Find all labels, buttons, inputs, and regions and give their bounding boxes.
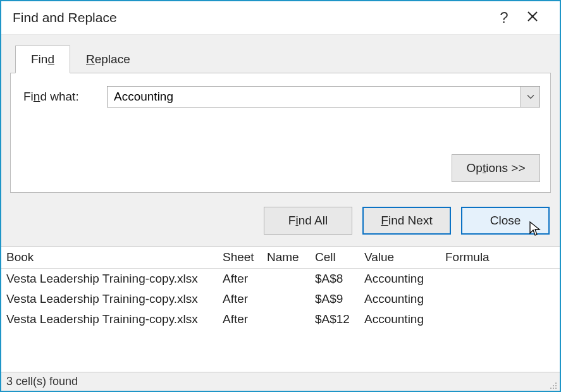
results-header-row: Book Sheet Name Cell Value Formula xyxy=(1,247,560,269)
find-next-button[interactable]: Find Next xyxy=(362,207,451,235)
find-what-combo xyxy=(107,86,540,107)
svg-point-0 xyxy=(555,383,557,384)
tab-replace[interactable]: Replace xyxy=(70,46,146,73)
find-what-row: Find what: xyxy=(21,86,540,107)
svg-point-4 xyxy=(553,388,554,389)
results-pane: Book Sheet Name Cell Value Formula Vesta… xyxy=(1,246,560,372)
col-header-cell[interactable]: Cell xyxy=(309,247,358,269)
col-header-value[interactable]: Value xyxy=(358,247,439,269)
results-table: Book Sheet Name Cell Value Formula Vesta… xyxy=(1,247,560,329)
svg-point-1 xyxy=(553,385,554,386)
results-row[interactable]: Vesta Leadership Training-copy.xlsx Afte… xyxy=(1,309,560,329)
results-row[interactable]: Vesta Leadership Training-copy.xlsx Afte… xyxy=(1,269,560,290)
col-header-name[interactable]: Name xyxy=(261,247,309,269)
col-header-sheet[interactable]: Sheet xyxy=(216,247,261,269)
col-header-formula[interactable]: Formula xyxy=(439,247,560,269)
find-replace-dialog: Find and Replace ? Find Replace Find wha… xyxy=(0,0,561,392)
tab-find[interactable]: Find xyxy=(15,46,70,73)
chevron-down-icon xyxy=(527,94,534,99)
dialog-title: Find and Replace xyxy=(13,10,491,25)
statusbar: 3 cell(s) found xyxy=(1,372,560,391)
svg-point-2 xyxy=(555,385,557,386)
find-what-input[interactable] xyxy=(108,87,521,107)
titlebar: Find and Replace ? xyxy=(1,1,560,34)
help-button[interactable]: ? xyxy=(491,9,517,27)
find-all-button[interactable]: Find All xyxy=(264,207,352,235)
tab-strip: Find Replace xyxy=(15,45,551,73)
options-button[interactable]: Options >> xyxy=(452,154,540,182)
resize-grip-icon[interactable] xyxy=(548,379,557,388)
col-header-book[interactable]: Book xyxy=(1,247,216,269)
svg-point-5 xyxy=(555,388,557,389)
find-what-label: Find what: xyxy=(21,90,97,104)
find-panel: Find what: Options >> xyxy=(10,73,551,193)
results-row[interactable]: Vesta Leadership Training-copy.xlsx Afte… xyxy=(1,289,560,309)
dialog-content: Find Replace Find what: Opti xyxy=(1,34,560,246)
find-what-dropdown-button[interactable] xyxy=(521,87,539,107)
close-icon[interactable] xyxy=(517,10,548,25)
action-buttons: Find All Find Next Close xyxy=(10,207,551,235)
status-text: 3 cell(s) found xyxy=(6,375,78,388)
svg-point-3 xyxy=(550,388,552,389)
close-button[interactable]: Close xyxy=(461,207,550,235)
